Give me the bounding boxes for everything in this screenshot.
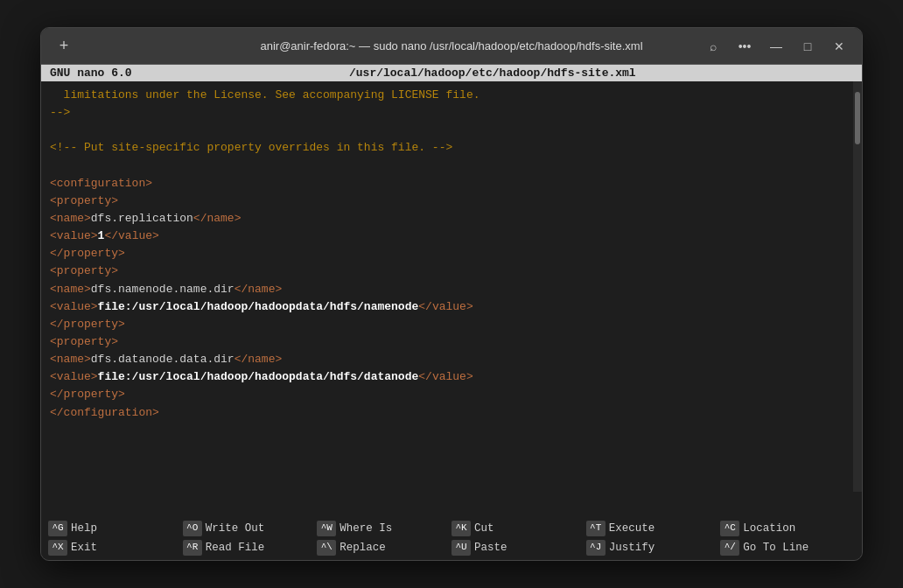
- shortcut-help: ^G Help: [48, 520, 183, 537]
- shortcut-key-paste: ^U: [452, 540, 471, 556]
- shortcut-exit: ^X Exit: [48, 539, 183, 556]
- shortcut-key-readfile: ^R: [183, 540, 202, 556]
- shortcut-label-cut: Cut: [474, 520, 494, 537]
- shortcut-key-cut: ^K: [452, 521, 471, 536]
- shortcut-location: ^C Location: [720, 520, 855, 537]
- shortcut-key-help: ^G: [48, 521, 67, 536]
- shortcut-gotoline: ^/ Go To Line: [720, 539, 855, 556]
- shortcut-replace: ^\ Replace: [317, 539, 452, 556]
- status-bar: [41, 492, 862, 516]
- shortcut-col-2: ^O Write Out ^R Read File: [183, 520, 318, 556]
- terminal-window: + anir@anir-fedora:~ — sudo nano /usr/lo…: [40, 27, 863, 561]
- shortcuts-bar: ^G Help ^X Exit ^O Write Out ^R Read Fil…: [41, 516, 862, 560]
- nano-version: GNU nano 6.0: [50, 66, 132, 80]
- titlebar-left: +: [52, 34, 76, 59]
- shortcut-key-justify: ^J: [586, 540, 606, 556]
- editor-area[interactable]: limitations under the License. See accom…: [41, 81, 862, 492]
- shortcut-key-replace: ^\: [317, 540, 336, 556]
- shortcut-col-1: ^G Help ^X Exit: [48, 520, 183, 556]
- close-button[interactable]: ✕: [827, 34, 851, 59]
- menu-button[interactable]: •••: [732, 34, 757, 59]
- shortcut-label-paste: Paste: [474, 539, 508, 556]
- shortcut-justify: ^J Justify: [586, 539, 721, 556]
- shortcut-label-location: Location: [743, 520, 795, 537]
- maximize-button[interactable]: □: [795, 34, 820, 59]
- search-button[interactable]: ⌕: [701, 34, 725, 59]
- shortcut-label-exit: Exit: [71, 539, 97, 556]
- shortcut-col-5: ^T Execute ^J Justify: [586, 520, 721, 556]
- shortcut-label-justify: Justify: [609, 539, 655, 556]
- editor-content: limitations under the License. See accom…: [50, 87, 844, 422]
- shortcut-label-writeout: Write Out: [206, 520, 265, 537]
- shortcut-key-whereis: ^W: [317, 521, 336, 536]
- shortcut-key-location: ^C: [720, 521, 739, 536]
- shortcut-key-exit: ^X: [48, 540, 67, 556]
- shortcut-label-gotoline: Go To Line: [743, 539, 808, 556]
- shortcut-paste: ^U Paste: [452, 539, 586, 556]
- text-editor[interactable]: limitations under the License. See accom…: [41, 81, 853, 492]
- shortcut-col-3: ^W Where Is ^\ Replace: [317, 520, 452, 556]
- shortcut-key-gotoline: ^/: [720, 540, 739, 556]
- scrollbar[interactable]: [853, 81, 862, 492]
- shortcut-label-whereis: Where Is: [340, 520, 392, 537]
- minimize-button[interactable]: —: [764, 34, 788, 59]
- shortcut-label-execute: Execute: [609, 520, 655, 537]
- shortcut-key-writeout: ^O: [183, 521, 202, 536]
- window-controls: ⌕ ••• — □ ✕: [701, 34, 851, 59]
- shortcut-col-4: ^K Cut ^U Paste: [452, 520, 586, 556]
- shortcut-key-execute: ^T: [586, 521, 606, 536]
- shortcut-col-6: ^C Location ^/ Go To Line: [720, 520, 855, 556]
- scrollbar-thumb[interactable]: [855, 92, 860, 144]
- shortcut-label-readfile: Read File: [206, 539, 265, 556]
- titlebar: + anir@anir-fedora:~ — sudo nano /usr/lo…: [41, 28, 862, 65]
- shortcut-label-help: Help: [71, 520, 97, 537]
- shortcut-label-replace: Replace: [340, 539, 386, 556]
- new-tab-button[interactable]: +: [52, 34, 76, 59]
- shortcut-whereis: ^W Where Is: [317, 520, 452, 537]
- window-title: anir@anir-fedora:~ — sudo nano /usr/loca…: [260, 39, 642, 52]
- shortcut-cut: ^K Cut: [452, 520, 586, 537]
- nano-header: GNU nano 6.0 /usr/local/hadoop/etc/hadoo…: [41, 65, 862, 81]
- shortcut-readfile: ^R Read File: [183, 539, 318, 556]
- nano-filename: /usr/local/hadoop/etc/hadoop/hdfs-site.x…: [349, 66, 636, 80]
- shortcut-writeout: ^O Write Out: [183, 520, 318, 537]
- shortcut-execute: ^T Execute: [586, 520, 721, 537]
